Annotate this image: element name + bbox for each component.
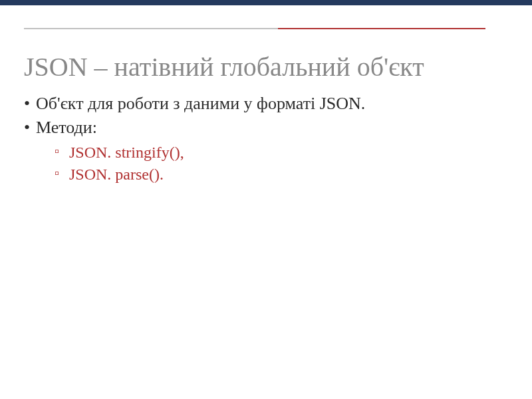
bullet-list: Об'єкт для роботи з даними у форматі JSO… bbox=[24, 92, 508, 186]
slide: JSON – натівний глобальний об'єкт Об'єкт… bbox=[0, 0, 532, 399]
slide-title: JSON – натівний глобальний об'єкт bbox=[24, 52, 508, 82]
sub-bullet-list: JSON. stringify(), JSON. parse(). bbox=[36, 142, 508, 186]
header-divider-gray bbox=[24, 28, 278, 29]
sub-bullet-text: JSON. parse(). bbox=[69, 166, 164, 183]
sub-bullet-item: JSON. stringify(), bbox=[55, 142, 508, 164]
bullet-item: Методи: JSON. stringify(), JSON. parse()… bbox=[24, 116, 508, 186]
bullet-text: Методи: bbox=[36, 118, 97, 137]
header-divider bbox=[24, 28, 485, 29]
top-border-strip bbox=[0, 0, 532, 5]
bullet-text: Об'єкт для роботи з даними у форматі JSO… bbox=[36, 94, 365, 113]
bullet-item: Об'єкт для роботи з даними у форматі JSO… bbox=[24, 92, 508, 116]
header-divider-red bbox=[278, 28, 485, 29]
sub-bullet-text: JSON. stringify(), bbox=[69, 144, 184, 161]
content-area: JSON – натівний глобальний об'єкт Об'єкт… bbox=[0, 5, 532, 186]
sub-bullet-item: JSON. parse(). bbox=[55, 164, 508, 186]
